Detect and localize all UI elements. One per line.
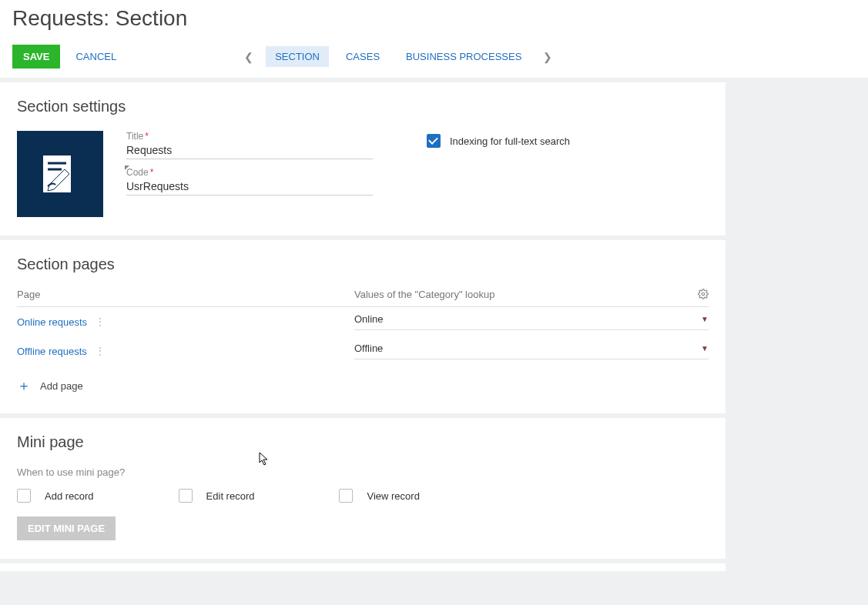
add-page-label: Add page [40,380,83,392]
code-field[interactable] [126,178,373,196]
section-settings-title: Section settings [17,98,709,115]
edit-mini-page-button[interactable]: EDIT MINI PAGE [17,516,116,540]
mini-page-title: Mini page [17,433,709,451]
section-pages-title: Section pages [17,256,709,273]
view-record-label: View record [367,490,419,502]
svg-point-3 [702,292,705,296]
indexing-checkbox[interactable] [427,134,441,148]
add-record-checkbox[interactable] [17,489,31,503]
page-row: Offline requests ⋮ Offline ▼ [17,336,709,366]
dropdown-caret-icon[interactable]: ▼ [701,344,709,353]
gear-icon[interactable] [698,289,709,302]
page-link-offline[interactable]: Offline requests [17,346,87,357]
add-record-label: Add record [45,490,94,502]
column-category-header: Values of the "Category" lookup [354,289,494,302]
row-actions-icon[interactable]: ⋮ [95,319,106,325]
empty-panel [0,563,726,571]
category-value: Online [354,313,384,325]
section-pages-panel: Section pages Page Values of the "Catego… [0,240,726,413]
section-settings-panel: Section settings Title* [0,82,726,236]
add-page-button[interactable]: ＋ Add page [17,376,709,395]
tab-section[interactable]: SECTION [266,46,329,67]
title-field-label: Title* [126,131,373,142]
page-title: Requests: Section [12,6,856,31]
section-icon[interactable] [17,131,103,217]
title-field[interactable] [126,142,373,159]
chevron-left-icon[interactable]: ❮ [240,48,258,66]
dropdown-caret-icon[interactable]: ▼ [701,315,709,323]
cancel-button[interactable]: CANCEL [75,51,116,62]
category-value: Offline [354,343,383,354]
indexing-label: Indexing for full-text search [450,135,570,147]
view-record-checkbox[interactable] [339,489,353,503]
plus-icon: ＋ [17,376,31,395]
mini-page-question: When to use mini page? [17,466,709,478]
chevron-right-icon[interactable]: ❯ [538,48,557,66]
save-button[interactable]: SAVE [12,45,60,69]
column-page-header: Page [17,289,354,302]
page-row: Online requests ⋮ Online ▼ [17,307,709,336]
tab-cases[interactable]: CASES [337,46,389,67]
row-actions-icon[interactable]: ⋮ [95,348,106,354]
mini-page-panel: Mini page When to use mini page? Add rec… [0,418,726,559]
code-lock-indicator-icon [125,165,129,170]
tab-business-processes[interactable]: BUSINESS PROCESSES [397,46,531,67]
edit-record-checkbox[interactable] [179,489,193,503]
code-field-label: Code* [126,167,373,178]
document-edit-icon [35,149,85,199]
edit-record-label: Edit record [206,490,255,502]
page-link-online[interactable]: Online requests [17,316,87,328]
